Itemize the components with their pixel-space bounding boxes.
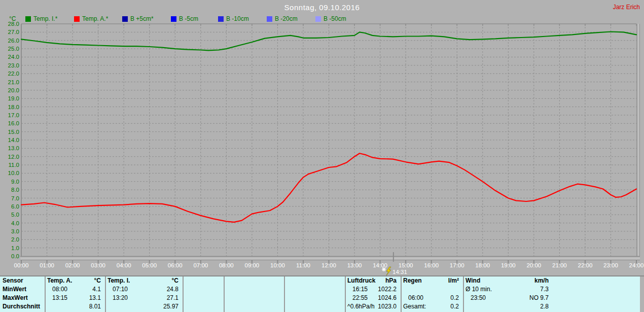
table-header-row: Temp. A.°C [46, 276, 104, 285]
table-row: ^0.6hPa/h1023.0 [346, 302, 400, 311]
x-tick-label: 07:00 [193, 262, 208, 268]
table-row [225, 294, 283, 302]
table-row [225, 285, 283, 294]
table-column-separator [224, 276, 225, 312]
table-row: 06:000.2 [402, 294, 462, 302]
table-cell-time: 08:00 [46, 285, 67, 294]
table-cell-time [402, 285, 403, 294]
x-tick-label: 14:00 [373, 262, 387, 268]
table-cell-time [225, 302, 226, 311]
table-cell-value: 13.1 [89, 294, 104, 302]
table-column-separator [463, 276, 464, 312]
y-tick-label: 3.0 [11, 228, 19, 234]
table-header-row [285, 276, 344, 285]
table-row [225, 302, 283, 311]
table-column-temp-a: Temp. A.°C08:004.113:1513.18.01 [46, 276, 104, 312]
table-row [184, 285, 223, 294]
x-tick-label: 04:00 [117, 262, 131, 268]
x-tick-label: 13:00 [347, 262, 362, 268]
y-tick-label: 12.0 [8, 154, 19, 160]
table-cell-value: 1024.6 [378, 294, 400, 302]
y-tick-label: 21.0 [8, 79, 19, 85]
y-tick-label: 22.0 [8, 71, 19, 77]
table-column-name: Regen [402, 276, 422, 285]
y-tick-label: 8.0 [11, 187, 19, 193]
table-column-name [184, 276, 185, 285]
x-tick-label: 03:00 [91, 262, 105, 268]
table-cell-value [280, 285, 283, 294]
table-cell-time [106, 302, 108, 311]
y-tick-label: 16.0 [8, 120, 19, 126]
table-cell-value: NO 9.7 [529, 294, 552, 302]
table-cell-value: 0.2 [450, 302, 462, 311]
series-line-temp-a [21, 153, 636, 222]
x-tick-label: 11:00 [296, 262, 310, 268]
table-row: Ø 10 min.7.3 [464, 285, 552, 294]
table-column-name: Luftdruck [346, 276, 375, 285]
table-cell-value: 7.3 [540, 285, 552, 294]
table-cell-time [184, 285, 185, 294]
table-cell-value [220, 294, 223, 302]
table-column-separator [183, 276, 184, 312]
y-tick-label: 4.0 [11, 220, 19, 226]
table-cell-time [46, 302, 47, 311]
table-column-name: Temp. A. [46, 276, 72, 285]
table-row-label-text: MinWert [1, 285, 26, 294]
table-column-empty-4 [285, 276, 344, 312]
table-cell-time [184, 294, 185, 302]
temperature-chart[interactable]: 0.01.02.03.04.05.06.07.08.09.010.011.012… [0, 0, 644, 275]
table-right-margin [640, 276, 644, 312]
y-tick-label: 13.0 [8, 145, 19, 151]
table-column-empty-3 [225, 276, 283, 312]
table-row [285, 294, 344, 302]
x-tick-label: 00:00 [14, 262, 29, 268]
table-cell-time [464, 302, 466, 311]
table-column-unit: °C [94, 276, 104, 285]
x-tick-label: 10:00 [270, 262, 285, 268]
table-column-temp-i: Temp. I.°C07:1024.813:2027.125.97 [106, 276, 182, 312]
table-cell-value: 24.8 [167, 285, 182, 294]
table-column-wind: Windkm/hØ 10 min.7.323:50NO 9.72.8 [464, 276, 552, 312]
table-row: 22:551024.6 [346, 294, 400, 302]
table-cell-time: 13:15 [46, 294, 67, 302]
y-tick-label: 17.0 [8, 112, 19, 118]
x-tick-label: 12:00 [321, 262, 336, 268]
table-column-unit: km/h [534, 276, 552, 285]
table-cell-time: 23:50 [464, 294, 486, 302]
table-column-regen: Regenl/m²06:000.2Gesamt:0.2 [402, 276, 462, 312]
table-row-label-text: Durchschnitt [1, 302, 40, 311]
plot-right-ridge [637, 24, 639, 256]
table-row: 16:151022.2 [346, 285, 400, 294]
table-cell-time: Gesamt: [402, 302, 426, 311]
x-tick-label: 21:00 [552, 262, 567, 268]
y-tick-label: 26.0 [8, 38, 19, 44]
table-row: 23:50NO 9.7 [464, 294, 552, 302]
y-tick-label: 7.0 [11, 195, 19, 201]
chart-canvas[interactable]: 0.01.02.03.04.05.06.07.08.09.010.011.012… [0, 0, 644, 275]
table-cell-time: 07:10 [106, 285, 128, 294]
table-column-unit [280, 276, 283, 285]
table-row: 25.97 [106, 302, 182, 311]
x-axis-ridge [20, 257, 640, 260]
table-cell-value: 0.2 [450, 294, 462, 302]
table-column-separator [284, 276, 285, 312]
table-cell-time [285, 285, 287, 294]
x-tick-label: 20:00 [526, 262, 541, 268]
y-tick-label: 28.0 [8, 21, 19, 27]
table-row-label: MaxWert [1, 294, 44, 302]
table-column-separator [45, 276, 46, 312]
x-tick-label: 06:00 [168, 262, 183, 268]
cursor-sparkle-icon [382, 267, 386, 271]
table-cell-value [459, 285, 462, 294]
table-cell-value: 1022.2 [378, 285, 400, 294]
table-cell-value [341, 294, 344, 302]
table-column-unit: °C [172, 276, 182, 285]
table-column-name [285, 276, 287, 285]
y-tick-label: 5.0 [11, 212, 19, 218]
table-column-unit [220, 276, 223, 285]
table-cell-time [285, 294, 287, 302]
x-tick-label: 08:00 [219, 262, 234, 268]
x-tick-label: 01:00 [40, 262, 54, 268]
x-tick-label: 17:00 [450, 262, 464, 268]
table-row: 13:1513.1 [46, 294, 104, 302]
